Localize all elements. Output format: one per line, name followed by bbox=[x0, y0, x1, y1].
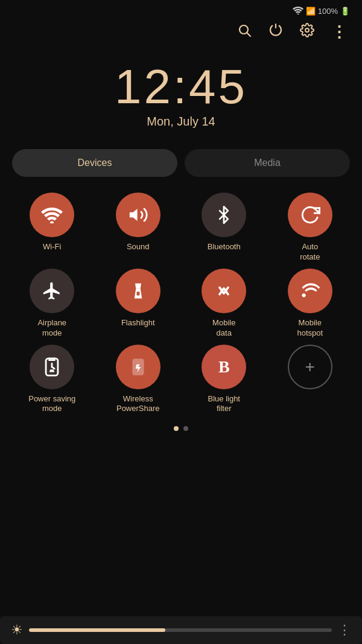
svg-rect-6 bbox=[136, 292, 139, 295]
airplane-icon-circle bbox=[30, 269, 74, 313]
brightness-icon: ☀ bbox=[11, 622, 23, 638]
brightness-slider-fill bbox=[29, 628, 165, 632]
toggle-flashlight[interactable]: Flashlight bbox=[97, 269, 180, 339]
power-icon[interactable] bbox=[268, 23, 283, 41]
powersaving-label: Power savingmode bbox=[28, 394, 75, 415]
mobiledata-label: Mobiledata bbox=[212, 318, 235, 339]
svg-line-2 bbox=[247, 33, 251, 37]
toggles-grid: Wi-Fi Sound Bluetooth A bbox=[0, 187, 362, 420]
svg-point-4 bbox=[50, 222, 54, 224]
svg-point-0 bbox=[297, 13, 299, 14]
bluetooth-icon-circle bbox=[202, 193, 246, 237]
status-icons: 📶 100% 🔋 bbox=[293, 6, 350, 16]
toggle-airplane[interactable]: Airplanemode bbox=[11, 269, 94, 339]
toggle-autorotate[interactable]: Autorotate bbox=[269, 193, 352, 263]
sound-label: Sound bbox=[127, 242, 150, 252]
mobilehotspot-icon-circle bbox=[288, 269, 332, 313]
wifi-status-icon bbox=[293, 6, 303, 16]
wirelesspowershare-icon-circle bbox=[116, 345, 160, 389]
brightness-bar[interactable]: ☀ ⋮ bbox=[0, 616, 362, 644]
flashlight-icon-circle bbox=[116, 269, 160, 313]
page-dot-1 bbox=[174, 426, 179, 431]
toggle-bluelightfilter[interactable]: B Blue lightfilter bbox=[183, 345, 265, 415]
tab-media[interactable]: Media bbox=[185, 149, 350, 177]
status-bar: 📶 100% 🔋 bbox=[0, 0, 362, 19]
sound-icon-circle bbox=[116, 193, 160, 237]
clock-date: Mon, July 14 bbox=[0, 115, 362, 129]
toggle-sound[interactable]: Sound bbox=[97, 193, 180, 263]
toggle-bluetooth[interactable]: Bluetooth bbox=[183, 193, 265, 263]
plus-icon-circle: + bbox=[288, 345, 332, 389]
brightness-slider-track[interactable] bbox=[29, 628, 332, 632]
svg-point-3 bbox=[305, 28, 309, 32]
more-icon[interactable]: ⋮ bbox=[331, 24, 348, 40]
toggle-wirelesspowershare[interactable]: WirelessPowerShare bbox=[97, 345, 180, 415]
wifi-icon-circle bbox=[30, 193, 74, 237]
page-dot-2 bbox=[183, 426, 188, 431]
tabs-row: Devices Media bbox=[0, 135, 362, 187]
wirelesspowershare-label: WirelessPowerShare bbox=[116, 394, 160, 415]
autorotate-icon-circle bbox=[288, 193, 332, 237]
tab-devices[interactable]: Devices bbox=[12, 149, 177, 177]
toggle-wifi[interactable]: Wi-Fi bbox=[11, 193, 94, 263]
battery-text: 100% bbox=[318, 7, 338, 16]
bluelightfilter-icon-circle: B bbox=[202, 345, 246, 389]
airplane-label: Airplanemode bbox=[37, 318, 66, 339]
page-dots bbox=[0, 420, 362, 435]
signal-icon: 📶 bbox=[306, 7, 316, 16]
bluetooth-label: Bluetooth bbox=[208, 242, 241, 252]
toggle-powersaving[interactable]: Power savingmode bbox=[11, 345, 94, 415]
toggle-more[interactable]: + bbox=[269, 345, 352, 415]
brightness-more-icon[interactable]: ⋮ bbox=[338, 622, 351, 638]
wifi-label: Wi-Fi bbox=[43, 242, 61, 252]
settings-icon[interactable] bbox=[300, 23, 314, 41]
top-actions: ⋮ bbox=[0, 19, 362, 45]
autorotate-label: Autorotate bbox=[300, 242, 320, 263]
svg-marker-5 bbox=[130, 209, 138, 221]
search-icon[interactable] bbox=[237, 23, 252, 41]
clock-section: 12:45 Mon, July 14 bbox=[0, 45, 362, 135]
powersaving-icon-circle bbox=[30, 345, 74, 389]
battery-icon: 🔋 bbox=[340, 7, 350, 16]
toggle-mobilehotspot[interactable]: Mobilehotspot bbox=[269, 269, 352, 339]
flashlight-label: Flashlight bbox=[121, 318, 155, 328]
mobilehotspot-label: Mobilehotspot bbox=[297, 318, 323, 339]
clock-time: 12:45 bbox=[0, 63, 362, 111]
toggle-mobiledata[interactable]: Mobiledata bbox=[183, 269, 265, 339]
mobiledata-icon-circle bbox=[202, 269, 246, 313]
bluelightfilter-label: Blue lightfilter bbox=[208, 394, 240, 415]
